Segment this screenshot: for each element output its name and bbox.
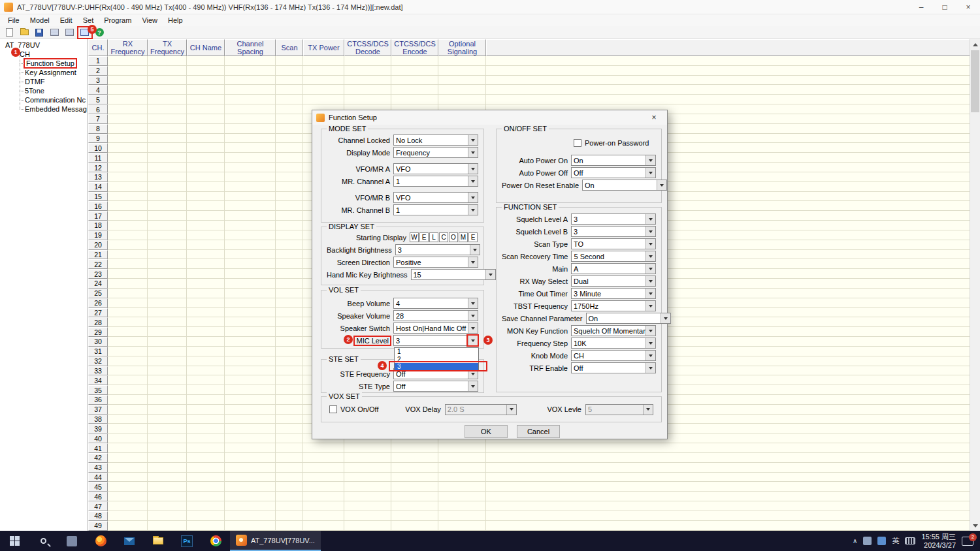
table-cell[interactable]	[344, 463, 391, 473]
table-cell[interactable]	[438, 492, 486, 501]
table-cell[interactable]	[148, 415, 187, 424]
table-cell[interactable]	[148, 143, 187, 153]
chevron-up-icon[interactable]: ∧	[853, 537, 857, 544]
table-cell[interactable]	[148, 56, 187, 66]
table-cell[interactable]	[225, 443, 276, 453]
table-cell[interactable]	[187, 230, 225, 240]
table-cell[interactable]	[108, 269, 148, 279]
file-explorer-icon[interactable]	[144, 531, 172, 551]
row-number[interactable]: 33	[88, 366, 108, 376]
table-cell[interactable]	[108, 375, 148, 385]
table-cell[interactable]	[108, 85, 148, 95]
speaker-volume-combo[interactable]: 28	[393, 310, 478, 321]
row-number[interactable]: 49	[88, 521, 108, 531]
row-number[interactable]: 27	[88, 308, 108, 318]
table-cell[interactable]	[108, 124, 148, 134]
table-cell[interactable]	[148, 153, 187, 163]
starting-display-char[interactable]: W	[410, 232, 419, 242]
vox-onoff-checkbox[interactable]	[329, 405, 337, 413]
table-cell[interactable]	[148, 385, 187, 395]
table-cell[interactable]	[303, 95, 344, 104]
mr-channel-b-combo[interactable]: 1	[393, 204, 478, 215]
taskbar-clock[interactable]: 15:55 周三 2024/3/27	[921, 533, 956, 550]
table-cell[interactable]	[276, 269, 303, 279]
tree-item-label[interactable]: 5Tone	[25, 87, 44, 95]
table-cell[interactable]	[108, 308, 148, 318]
taskbar-app-at778uv[interactable]: AT_778UV[778UV...	[230, 531, 321, 551]
table-cell[interactable]	[225, 317, 276, 327]
minimize-button[interactable]: –	[909, 0, 933, 14]
menu-file[interactable]: File	[3, 16, 25, 24]
table-cell[interactable]	[438, 66, 486, 76]
row-number[interactable]: 46	[88, 492, 108, 501]
table-cell[interactable]	[391, 511, 438, 521]
row-number[interactable]: 20	[88, 240, 108, 250]
table-cell[interactable]	[187, 279, 225, 289]
dropdown-option-3[interactable]: 3	[395, 363, 478, 371]
table-cell[interactable]	[276, 492, 303, 501]
tray-icon[interactable]	[877, 537, 886, 545]
table-cell[interactable]	[438, 56, 486, 66]
table-cell[interactable]	[108, 66, 148, 76]
table-cell[interactable]	[225, 259, 276, 269]
table-cell[interactable]	[276, 308, 303, 318]
table-cell[interactable]	[344, 66, 391, 76]
table-cell[interactable]	[108, 240, 148, 250]
table-cell[interactable]	[187, 163, 225, 172]
table-cell[interactable]	[391, 76, 438, 86]
tbst-frequency-combo[interactable]: 1750Hz	[571, 300, 656, 311]
table-cell[interactable]	[148, 240, 187, 250]
row-number[interactable]: 42	[88, 453, 108, 463]
table-cell[interactable]	[276, 327, 303, 337]
table-cell[interactable]	[148, 221, 187, 230]
table-cell[interactable]	[225, 501, 276, 511]
table-cell[interactable]	[276, 134, 303, 144]
table-cell[interactable]	[187, 415, 225, 424]
table-cell[interactable]	[148, 259, 187, 269]
table-cell[interactable]	[391, 482, 438, 492]
table-cell[interactable]	[148, 521, 187, 531]
chevron-down-icon[interactable]	[645, 276, 655, 286]
table-cell[interactable]	[225, 114, 276, 124]
table-cell[interactable]	[391, 492, 438, 501]
row-number[interactable]: 31	[88, 347, 108, 356]
row-number[interactable]: 6	[88, 104, 108, 114]
chevron-down-icon[interactable]	[645, 301, 655, 311]
table-cell[interactable]	[303, 56, 344, 66]
column-header-tx-frequency[interactable]: TX Frequency	[148, 39, 187, 56]
row-number[interactable]: 34	[88, 375, 108, 385]
table-cell[interactable]	[225, 66, 276, 76]
row-number[interactable]: 25	[88, 289, 108, 298]
chevron-down-icon[interactable]	[468, 298, 478, 308]
action-center-icon[interactable]: 2	[962, 537, 973, 546]
table-cell[interactable]	[108, 337, 148, 347]
display-mode-combo[interactable]: Frequency	[393, 147, 478, 158]
chevron-down-icon[interactable]	[661, 313, 670, 323]
table-cell[interactable]	[187, 463, 225, 473]
menu-help[interactable]: Help	[163, 16, 188, 24]
table-cell[interactable]	[148, 433, 187, 443]
table-cell[interactable]	[108, 327, 148, 337]
row-number[interactable]: 44	[88, 473, 108, 482]
table-cell[interactable]	[276, 501, 303, 511]
column-header-ctcss-dcs-decode[interactable]: CTCSS/DCS Decode	[344, 39, 391, 56]
row-number[interactable]: 24	[88, 279, 108, 289]
power-on-password-row[interactable]: Power-on Password	[497, 137, 661, 149]
table-cell[interactable]	[276, 433, 303, 443]
row-number[interactable]: 41	[88, 443, 108, 453]
row-number[interactable]: 32	[88, 356, 108, 366]
table-cell[interactable]	[148, 482, 187, 492]
table-cell[interactable]	[276, 76, 303, 86]
table-cell[interactable]	[187, 395, 225, 405]
time-out-timer-combo[interactable]: 3 Minute	[571, 288, 656, 299]
table-cell[interactable]	[225, 95, 276, 104]
table-cell[interactable]	[148, 66, 187, 76]
row-number[interactable]: 2	[88, 66, 108, 76]
table-cell[interactable]	[225, 424, 276, 433]
chevron-down-icon[interactable]	[468, 193, 478, 202]
row-number[interactable]: 48	[88, 511, 108, 521]
table-cell[interactable]	[108, 453, 148, 463]
vox-level-combo[interactable]: 5	[585, 404, 653, 415]
table-cell[interactable]	[225, 298, 276, 308]
chevron-down-icon[interactable]	[645, 363, 655, 373]
